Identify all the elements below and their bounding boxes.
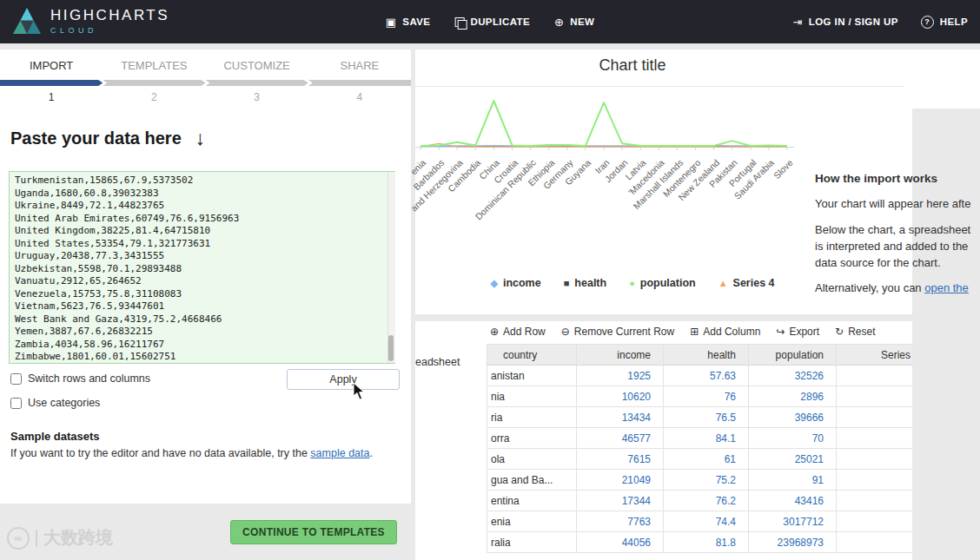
- cell-value[interactable]: 75.2: [664, 470, 749, 491]
- cell-country[interactable]: ria: [487, 407, 577, 428]
- table-row[interactable]: ralia4405681.823968973: [487, 532, 913, 553]
- data-textarea[interactable]: [9, 171, 395, 364]
- legend-marker-icon: ◆: [490, 278, 497, 289]
- column-header-series-4[interactable]: Series 4: [837, 345, 913, 366]
- new-button[interactable]: ⊕NEW: [554, 16, 594, 29]
- cell-value[interactable]: [837, 449, 913, 470]
- cell-value[interactable]: 39666: [749, 407, 837, 428]
- cell-country[interactable]: ola: [487, 449, 577, 470]
- cell-value[interactable]: [837, 470, 913, 491]
- add-column-button[interactable]: ⊞Add Column: [690, 326, 760, 338]
- table-row[interactable]: entina1734476.243416: [487, 491, 913, 511]
- add-row-button[interactable]: ⊕Add Row: [490, 326, 546, 338]
- cell-country[interactable]: anistan: [487, 366, 577, 386]
- textarea-scrollbar-thumb[interactable]: [388, 335, 394, 361]
- legend-item-health[interactable]: ■health: [564, 277, 606, 289]
- highcharts-logo: [12, 7, 42, 35]
- cell-value[interactable]: 13434: [577, 407, 664, 428]
- cell-value[interactable]: 46577: [577, 428, 664, 449]
- cell-value[interactable]: 3017712: [749, 511, 837, 532]
- table-row[interactable]: ola76156125021: [487, 449, 913, 470]
- sample-data-link[interactable]: sample data: [310, 447, 369, 459]
- apply-button[interactable]: Apply: [287, 369, 400, 390]
- cell-value[interactable]: 57.63: [664, 366, 749, 386]
- cell-country[interactable]: ralia: [487, 532, 577, 553]
- legend-item-series-4[interactable]: ▲Series 4: [718, 277, 775, 289]
- help-button[interactable]: ?HELP: [921, 16, 968, 29]
- cell-country[interactable]: entina: [487, 491, 577, 511]
- table-row[interactable]: gua and Ba...2104975.291: [487, 470, 913, 491]
- cell-value[interactable]: 7615: [577, 449, 664, 470]
- cell-value[interactable]: [837, 366, 913, 386]
- switch-rows-option[interactable]: Switch rows and columns: [10, 372, 150, 385]
- table-row[interactable]: anistan192557.6332526: [487, 366, 913, 386]
- save-button[interactable]: ▣SAVE: [386, 16, 431, 29]
- column-header-country[interactable]: country: [487, 345, 577, 366]
- table-row[interactable]: nia10620762896: [487, 386, 913, 407]
- mouse-cursor-icon: [353, 382, 367, 401]
- cell-value[interactable]: 76: [664, 386, 749, 407]
- cell-value[interactable]: 76.5: [664, 407, 749, 428]
- cell-value[interactable]: 23968973: [749, 532, 837, 553]
- cell-value[interactable]: [837, 511, 913, 532]
- cell-country[interactable]: enia: [487, 511, 577, 532]
- cell-value[interactable]: 10620: [577, 386, 664, 407]
- chart-legend: ◆income■health●population▲Series 4: [415, 277, 850, 289]
- cell-value[interactable]: 17344: [577, 491, 664, 511]
- import-help: How the import works Your chart will app…: [815, 172, 980, 306]
- cell-country[interactable]: nia: [487, 386, 577, 407]
- legend-item-population[interactable]: ●population: [629, 277, 696, 289]
- cell-value[interactable]: 43416: [749, 491, 837, 511]
- cell-value[interactable]: 1925: [577, 366, 664, 386]
- column-header-income[interactable]: income: [577, 345, 664, 366]
- cell-value[interactable]: 7763: [577, 511, 664, 532]
- use-categories-checkbox[interactable]: [10, 398, 22, 409]
- cell-value[interactable]: 32526: [749, 366, 837, 386]
- tab-share[interactable]: SHARE: [308, 49, 411, 72]
- tab-templates[interactable]: TEMPLATES: [103, 49, 205, 72]
- cell-value[interactable]: [837, 428, 913, 449]
- cell-value[interactable]: 81.8: [664, 532, 749, 553]
- cell-value[interactable]: 70: [749, 428, 837, 449]
- legend-item-income[interactable]: ◆income: [490, 277, 540, 289]
- table-row[interactable]: enia776374.43017712: [487, 511, 913, 532]
- cell-value[interactable]: 76.2: [664, 491, 749, 511]
- cell-value[interactable]: 25021: [749, 449, 837, 470]
- open-the-link[interactable]: open the: [924, 281, 969, 294]
- remove-current-row-button[interactable]: ⊖Remove Current Row: [561, 326, 674, 338]
- cell-value[interactable]: 91: [749, 470, 837, 491]
- cell-country[interactable]: orra: [487, 428, 577, 449]
- cell-value[interactable]: 74.4: [664, 511, 749, 532]
- preview-plot: [415, 97, 798, 153]
- table-row[interactable]: ria1343476.539666: [487, 407, 913, 428]
- login-button[interactable]: ⇥LOG IN / SIGN UP: [793, 16, 898, 29]
- cell-value[interactable]: 21049: [577, 470, 664, 491]
- table-row[interactable]: orra4657784.170: [487, 428, 913, 449]
- spreadsheet-table-wrap: countryincomehealthpopulationSeries 4ani…: [487, 344, 912, 553]
- chart-title[interactable]: Chart title: [415, 56, 850, 75]
- help-label: HELP: [940, 16, 968, 27]
- cell-value[interactable]: 61: [664, 449, 749, 470]
- export-button[interactable]: ↪Export: [776, 326, 819, 338]
- reset-button[interactable]: ↻Reset: [835, 326, 875, 338]
- spreadsheet-table: countryincomehealthpopulationSeries 4ani…: [487, 344, 912, 553]
- duplicate-button[interactable]: DUPLICATE: [454, 16, 530, 27]
- cell-value[interactable]: [837, 491, 913, 511]
- brand: HIGHCHARTS CLOUD: [12, 7, 169, 35]
- watermark-divider: [36, 530, 37, 547]
- cell-value[interactable]: 2896: [749, 386, 837, 407]
- textarea-scrollbar-track[interactable]: [387, 172, 395, 363]
- cell-value[interactable]: [837, 532, 913, 553]
- continue-to-templates-button[interactable]: CONTINUE TO TEMPLATES: [230, 520, 397, 544]
- tab-import[interactable]: IMPORT: [0, 49, 103, 72]
- cell-value[interactable]: [837, 407, 913, 428]
- cell-value[interactable]: [837, 386, 913, 407]
- cell-value[interactable]: 44056: [577, 532, 664, 553]
- cell-country[interactable]: gua and Ba...: [487, 470, 577, 491]
- tab-customize[interactable]: CUSTOMIZE: [206, 49, 308, 72]
- cell-value[interactable]: 84.1: [664, 428, 749, 449]
- column-header-population[interactable]: population: [749, 345, 837, 366]
- use-categories-option[interactable]: Use categories: [10, 397, 100, 409]
- column-header-health[interactable]: health: [664, 345, 749, 366]
- switch-rows-checkbox[interactable]: [10, 373, 22, 385]
